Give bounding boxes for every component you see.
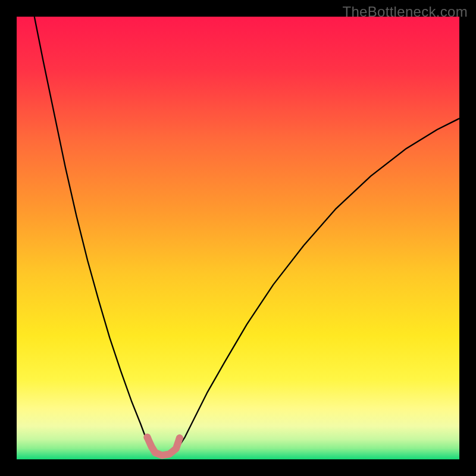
chart-frame: TheBottleneck.com xyxy=(0,0,476,476)
data-point xyxy=(143,434,151,441)
chart-svg xyxy=(17,17,459,459)
data-point xyxy=(176,434,183,441)
data-point xyxy=(172,446,178,452)
data-point xyxy=(149,445,155,451)
plot-area xyxy=(17,17,459,459)
gradient-background xyxy=(17,17,459,459)
